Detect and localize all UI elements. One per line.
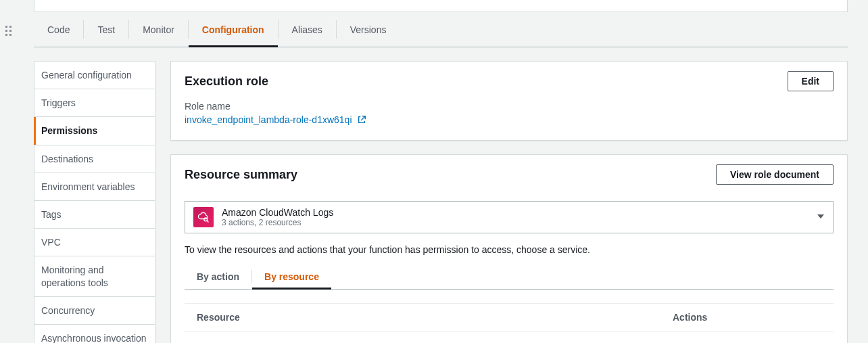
subtab-by-resource[interactable]: By resource xyxy=(252,265,331,289)
svg-point-0 xyxy=(204,218,208,221)
resource-summary-title: Resource summary xyxy=(185,168,297,182)
edit-button[interactable]: Edit xyxy=(788,71,834,91)
service-name: Amazon CloudWatch Logs xyxy=(222,207,333,218)
execution-role-title: Execution role xyxy=(185,74,268,89)
column-header-resource: Resource xyxy=(197,312,673,323)
sidebar-item-environment-variables[interactable]: Environment variables xyxy=(34,173,155,201)
sidebar-item-monitoring-tools[interactable]: Monitoring and operations tools xyxy=(34,256,155,296)
column-header-actions: Actions xyxy=(673,312,821,323)
chevron-down-icon xyxy=(817,212,825,223)
service-subtitle: 3 actions, 2 resources xyxy=(222,218,333,227)
subtab-by-action[interactable]: By action xyxy=(185,265,251,289)
permissions-hint: To view the resources and actions that y… xyxy=(185,244,834,255)
role-name-link[interactable]: invoke_endpoint_lambda-role-d1xw61qi xyxy=(185,114,366,125)
tab-code[interactable]: Code xyxy=(34,12,83,47)
resource-summary-card: Resource summary View role document xyxy=(170,154,848,343)
external-link-icon xyxy=(357,115,366,127)
panel-top-border xyxy=(34,0,848,12)
sidebar-item-general-configuration[interactable]: General configuration xyxy=(34,62,155,89)
cloudwatch-logs-icon xyxy=(193,207,214,227)
tab-test[interactable]: Test xyxy=(84,12,128,47)
tab-monitor[interactable]: Monitor xyxy=(129,12,188,47)
view-role-document-button[interactable]: View role document xyxy=(716,164,834,185)
sidebar-item-permissions[interactable]: Permissions xyxy=(34,117,155,145)
role-name-label: Role name xyxy=(185,101,834,112)
drag-grip-icon xyxy=(5,26,11,36)
main-tabs: Code Test Monitor Configuration Aliases … xyxy=(34,12,848,47)
config-sidebar: General configuration Triggers Permissio… xyxy=(34,61,155,343)
permissions-table: Resource Actions xyxy=(185,303,834,331)
sidebar-item-asynchronous-invocation[interactable]: Asynchronous invocation xyxy=(34,325,155,343)
role-name-text: invoke_endpoint_lambda-role-d1xw61qi xyxy=(185,114,352,125)
tab-versions[interactable]: Versions xyxy=(337,12,400,47)
sidebar-item-tags[interactable]: Tags xyxy=(34,201,155,229)
tab-aliases[interactable]: Aliases xyxy=(279,12,336,47)
sidebar-item-vpc[interactable]: VPC xyxy=(34,229,155,256)
sidebar-item-concurrency[interactable]: Concurrency xyxy=(34,297,155,325)
sidebar-item-triggers[interactable]: Triggers xyxy=(34,89,155,117)
tab-configuration[interactable]: Configuration xyxy=(189,12,278,47)
execution-role-card: Execution role Edit Role name invoke_end… xyxy=(170,61,848,141)
sidebar-item-destinations[interactable]: Destinations xyxy=(34,145,155,173)
service-selector[interactable]: Amazon CloudWatch Logs 3 actions, 2 reso… xyxy=(185,201,834,233)
permissions-subtabs: By action By resource xyxy=(185,265,834,290)
